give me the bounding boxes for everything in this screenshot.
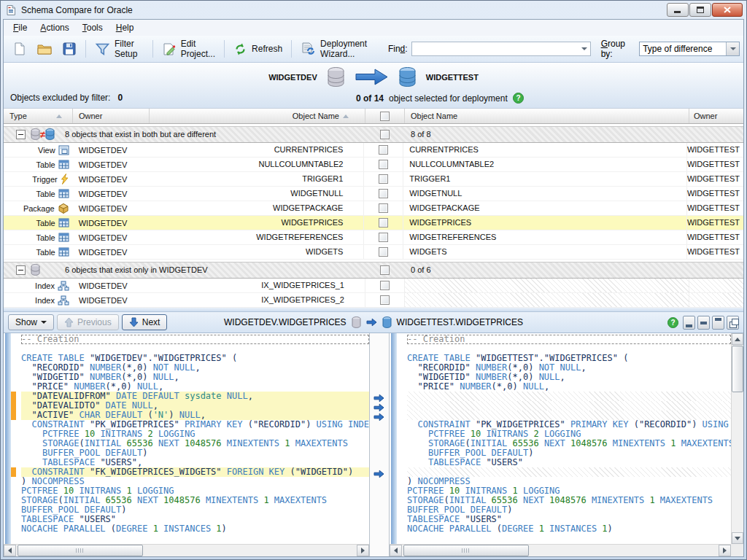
pane-restore-button[interactable] [727,316,739,330]
row-checkbox[interactable] [379,189,388,198]
help-icon[interactable]: ? [667,317,678,328]
object-row[interactable]: TableWIDGETDEVWIDGETPRICESWIDGETPRICESWI… [4,216,743,230]
column-header-name-target[interactable]: Object Name [405,109,689,123]
scrollbar-thumb[interactable] [732,346,743,392]
row-checkbox[interactable] [379,233,388,242]
collapse-group-button[interactable] [16,130,26,139]
source-database-icon [31,264,40,276]
copy-to-target-arrow-icon[interactable] [374,411,384,424]
source-object-name-cell: CURRENTPRICES [149,143,364,157]
menu-item-tools[interactable]: Tools [76,20,109,35]
group-selected-count: 8 of 8 [411,130,431,139]
collapse-group-button[interactable] [16,265,26,275]
select-all-checkbox[interactable] [380,112,390,121]
show-menu-button[interactable]: Show [8,314,54,330]
title-bar[interactable]: Schema Compare for Oracle [1,1,746,19]
pane-layout-split-button[interactable] [697,316,710,330]
change-marker[interactable] [11,392,16,420]
find-input[interactable] [411,42,591,56]
new-project-button[interactable] [7,39,32,58]
pane-layout-bottom-button[interactable] [683,316,695,330]
column-header-owner-source[interactable]: Owner [73,109,150,123]
column-header-owner-target[interactable]: Owner [689,109,743,123]
source-owner-cell: WIDGETDEV [73,248,150,257]
menu-item-help[interactable]: Help [109,20,141,35]
scroll-right-button[interactable] [719,545,731,556]
open-project-button[interactable] [32,40,58,58]
comparison-grid: ≠8 objects that exist in both but are di… [4,124,743,308]
maximize-button[interactable] [689,3,711,17]
column-header-type[interactable]: Type [4,109,73,123]
row-checkbox[interactable] [379,174,388,184]
refresh-label: Refresh [252,44,282,54]
save-icon [63,42,77,55]
index-icon [58,281,69,291]
scrollbar-thumb[interactable] [403,545,529,556]
save-project-button[interactable] [58,40,82,58]
row-checkbox[interactable] [380,295,390,305]
object-row[interactable]: TableWIDGETDEVWIDGETNULLWIDGETNULLWIDGET… [4,187,743,201]
scrollbar-thumb[interactable] [18,545,143,556]
difference-toolbar: Show Previous Next WIDGETDEV.WIDGETPRICE… [4,311,743,333]
row-checkbox[interactable] [379,218,388,228]
scroll-down-button[interactable] [732,532,743,544]
horizontal-scrollbar[interactable] [390,544,731,556]
help-icon[interactable]: ? [513,93,524,104]
group-checkbox[interactable] [380,265,390,275]
row-checkbox[interactable] [379,203,388,213]
group-by-dropdown-button[interactable] [726,42,739,55]
table-icon [58,160,69,169]
deploy-direction-arrow-icon [355,67,389,87]
scroll-left-button[interactable] [4,545,16,556]
window-title: Schema Compare for Oracle [21,5,133,15]
object-row[interactable]: IndexWIDGETDEVIX_WIDGETPRICES_2 [4,293,743,308]
object-type-label: View [38,146,55,155]
source-owner-cell: WIDGETDEV [73,233,150,242]
vertical-scrollbar[interactable] [731,333,743,544]
target-sql-pane: -- CreationCREATE TABLE "WIDGETTEST"."WI… [389,333,743,556]
filter-setup-button[interactable]: Filter Setup [90,36,149,61]
scroll-up-button[interactable] [732,333,743,345]
refresh-button[interactable]: Refresh [228,40,287,58]
next-difference-button[interactable]: Next [122,314,168,330]
target-owner-cell: WIDGETTEST [687,172,743,186]
row-checkbox[interactable] [380,281,390,290]
object-row[interactable]: TriggerWIDGETDEVTRIGGER1TRIGGER1WIDGETTE… [4,172,743,187]
object-row[interactable]: ViewWIDGETDEVCURRENTPRICESCURRENTPRICESW… [4,143,743,158]
chevron-down-icon [41,321,47,324]
scroll-left-button[interactable] [390,545,402,556]
group-header-row[interactable]: ≠8 objects that exist in both but are di… [4,126,743,143]
copy-to-target-arrow-icon[interactable] [374,468,384,481]
column-header-select-all[interactable] [365,109,405,123]
object-row[interactable]: TableWIDGETDEVWIDGETREFERENCESWIDGETREFE… [4,230,743,245]
object-row[interactable]: TableWIDGETDEVNULLCOLUMNTABLE2NULLCOLUMN… [4,158,743,172]
scroll-right-button[interactable] [357,545,369,556]
group-checkbox[interactable] [380,130,390,139]
source-object-name-cell: WIDGETPACKAGE [149,201,364,215]
previous-difference-button[interactable]: Previous [57,314,119,330]
column-header-name-source[interactable]: Object Name [150,109,365,123]
change-marker[interactable] [11,467,16,477]
row-checkbox[interactable] [379,145,388,155]
deployment-wizard-button[interactable]: Deployment Wizard... [295,36,384,61]
close-button[interactable] [712,3,743,17]
object-row[interactable]: TableWIDGETDEVWIDGETSWIDGETSWIDGETTEST [4,245,743,260]
pane-layout-top-button[interactable] [712,316,724,330]
find-dropdown-button[interactable] [578,47,590,50]
source-owner-cell: WIDGETDEV [73,204,150,213]
minimize-button[interactable] [667,3,689,17]
target-database-icon [398,66,417,88]
horizontal-scrollbar[interactable] [4,544,369,556]
row-checkbox[interactable] [379,247,388,257]
source-owner-cell: WIDGETDEV [73,219,150,228]
menu-item-actions[interactable]: Actions [34,20,75,35]
edit-project-button[interactable]: Edit Project... [157,36,220,61]
trigger-icon [61,174,69,184]
group-header-row[interactable]: 6 objects that exist only in WIDGETDEV0 … [4,262,743,279]
row-checkbox[interactable] [379,160,388,169]
group-by-select[interactable]: Type of difference [639,42,740,56]
object-row[interactable]: PackageWIDGETDEVWIDGETPACKAGEWIDGETPACKA… [4,201,743,216]
index-icon [58,295,69,306]
menu-item-file[interactable]: File [7,20,34,35]
object-row[interactable]: IndexWIDGETDEVIX_WIDGETPRICES_1 [4,279,743,293]
